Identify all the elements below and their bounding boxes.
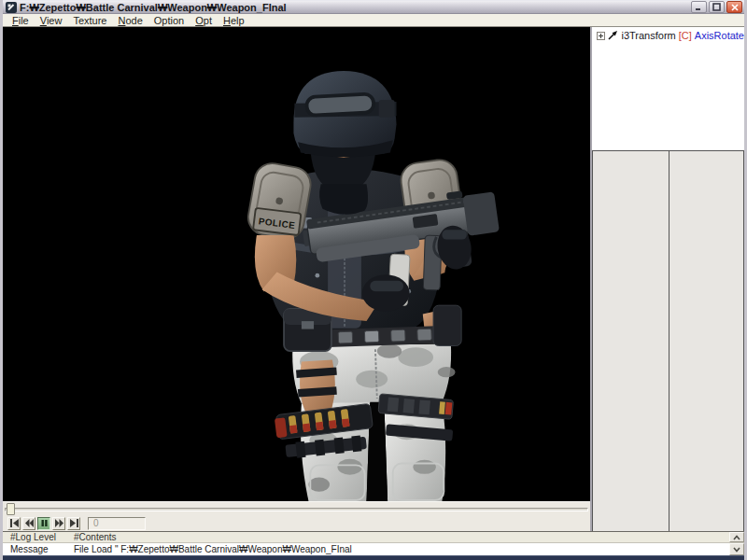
maximize-button[interactable] (709, 1, 725, 13)
close-button[interactable] (726, 1, 742, 13)
first-frame-button[interactable] (7, 517, 21, 530)
tree-node-tag: [C] (679, 30, 692, 41)
app-window: F:₩Zepetto₩Battle Carnival₩Weapon₩Weapon… (0, 0, 747, 560)
log-message-row[interactable]: Message File Load " F:₩Zepetto₩Battle Ca… (3, 543, 744, 555)
window-bottom-frame (3, 555, 744, 560)
menu-item-option[interactable]: Option (148, 15, 190, 26)
log-header-contents: #Contents (66, 532, 729, 542)
menu-item-help[interactable]: Help (218, 15, 250, 26)
tree-node-label[interactable]: i3Transform (621, 30, 675, 41)
menu-item-opt[interactable]: Opt (190, 15, 218, 26)
menu-item-node[interactable]: Node (112, 15, 148, 26)
viewport-3d[interactable]: POLICE (3, 27, 590, 501)
menu-item-file[interactable]: File (7, 15, 35, 26)
log-header-level: #Log Level (3, 532, 66, 542)
maximize-icon (712, 3, 721, 11)
step-forward-icon (55, 519, 63, 527)
close-icon (731, 4, 739, 11)
tree-node-i3transform[interactable]: i3Transform [C] AxisRotate (597, 30, 744, 41)
expand-icon[interactable] (597, 32, 605, 40)
menu-item-view[interactable]: View (35, 15, 68, 26)
property-panel (592, 150, 744, 531)
transform-node-icon (608, 31, 618, 40)
transport-bar (3, 515, 590, 531)
first-frame-icon (10, 519, 19, 527)
minimize-icon (695, 3, 703, 11)
step-back-icon (25, 519, 34, 527)
caret-down-icon (733, 547, 740, 553)
character-model: POLICE (3, 27, 590, 501)
timeline-slider[interactable] (3, 501, 590, 515)
titlebar[interactable]: F:₩Zepetto₩Battle Carnival₩Weapon₩Weapon… (3, 0, 744, 14)
property-column-left[interactable] (593, 151, 668, 531)
window-controls (691, 1, 742, 13)
step-back-button[interactable] (22, 517, 35, 530)
right-panel: i3Transform [C] AxisRotate (590, 27, 744, 531)
pause-icon (40, 519, 49, 527)
helmet-goggles (306, 93, 374, 115)
log-scroll-down-button[interactable] (729, 543, 744, 555)
step-forward-button[interactable] (52, 517, 65, 530)
window-title: F:₩Zepetto₩Battle Carnival₩Weapon₩Weapon… (20, 2, 691, 13)
tree-node-link[interactable]: AxisRotate (695, 30, 744, 41)
pause-button[interactable] (37, 517, 50, 530)
log-row-level: Message (3, 544, 66, 554)
police-armband: POLICE (253, 208, 301, 235)
log-scroll-up-button[interactable] (729, 532, 744, 542)
frame-number-field[interactable] (88, 517, 146, 530)
property-column-right[interactable] (669, 151, 743, 531)
last-frame-icon (70, 519, 78, 527)
caret-up-icon (733, 535, 740, 540)
last-frame-button[interactable] (67, 517, 80, 530)
log-header-row: #Log Level #Contents (3, 531, 744, 543)
slider-track[interactable] (5, 508, 588, 511)
log-row-contents: File Load " F:₩Zepetto₩Battle Carnival₩W… (66, 544, 729, 554)
menu-item-texture[interactable]: Texture (67, 15, 112, 26)
app-icon (6, 2, 17, 13)
menu-bar: File View Texture Node Option Opt Help (3, 14, 744, 27)
minimize-button[interactable] (691, 1, 707, 13)
scene-tree-panel[interactable]: i3Transform [C] AxisRotate (592, 27, 744, 150)
slider-thumb[interactable] (7, 503, 15, 515)
